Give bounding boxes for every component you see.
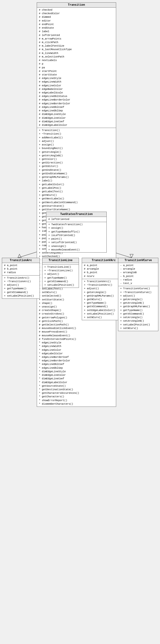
field-m_clickPath: # m_clickPath (39, 41, 114, 44)
method-assign-ts: + assign() (48, 226, 104, 230)
method-getVCCommand-arc: + getVCCommand() (4, 291, 38, 294)
method-getNextLabels: + getNextLabels() (39, 197, 114, 200)
method-dtor-Transition: + ~Transition() (39, 132, 114, 136)
transition-line-title: TransitionLine (42, 258, 79, 263)
method-getArcAngle: + getArcAngle() (39, 150, 114, 154)
transition-vcurve-fields: - a_point - arcangle - arcangleB - b_poi… (118, 263, 158, 286)
method-dtor-TransitionVCurve: + ~TransitionVCurve() (120, 291, 156, 294)
method-getVCCommand-varc: + getVCCommand() (84, 305, 123, 308)
method-adjust: + adjust() (39, 140, 114, 143)
method-mouseReleaseEvent: # mouseReleaseEvent() (39, 334, 114, 338)
transition-line-class-box: TransitionLine + TransitionLine() + ~Tra… (42, 258, 79, 288)
method-adjust-arc: + adjust() (4, 283, 38, 287)
method-getArcAngle-vcurve: + getArcAngle() (120, 298, 156, 301)
transition-arc-title: TransitionArc (2, 258, 40, 263)
field-m_lastMouseClickType: # m_lastMouseClickType (39, 48, 114, 51)
method-adjust-vcurve: + adjust() (120, 294, 156, 298)
field-startState: # startState (39, 73, 114, 77)
transition-vcurve-class-box: TransitionVCurve - a_point - arcangle - … (118, 258, 158, 331)
method-getTypeNameSuffix-ts: + getTypeNameSuffix() (48, 230, 104, 234)
method-setLeftOriented: + setLeftOriented() (48, 241, 104, 244)
method-getGraphMLParams-varc: + getGraphMLParams() (84, 294, 123, 298)
field-startPoint: # startPoint (39, 70, 114, 73)
field-edgeLineDblSep: # edgeLineDblSep (39, 109, 114, 112)
method-getTypeName-line: + getTypeName() (44, 276, 77, 280)
prop-edgeLineDblCoef: * edgeLineDblCoef (39, 362, 114, 366)
field-pa: # pa (39, 66, 114, 70)
field-dimEdgeLineStyle: # dimEdgeLineStyle (39, 112, 114, 116)
method-label: + label() (39, 179, 114, 182)
method-getCharacters: * getCharacters() (39, 395, 114, 398)
transition-fields: # checked # checkedColor # dimmed # edit… (37, 8, 116, 128)
transition-vcurve-title: TransitionVCurve (118, 258, 158, 263)
field-a_point-vcurve: - a_point (120, 264, 156, 267)
method-getStartState: + getStartState() (39, 204, 114, 208)
method-setArcAngleB-vcurve: + setArcAngleB() (120, 319, 156, 323)
field-endPoint: # endPoint (39, 23, 114, 26)
field-edgeLineDblCoef: # edgeLineDblCoef (39, 106, 114, 109)
method-dtor-TransitionArc: + ~TransitionArc() (4, 280, 38, 283)
field-edgeLabelScale: # edgeLabelScale (39, 91, 114, 94)
method-setLabelPosition-varc: + setLabelPosition() (84, 312, 123, 316)
two-states-title: TwoStatesTransition (47, 212, 106, 217)
method-dtor-TransitionLine: + ~TransitionLine() (44, 269, 77, 272)
method-setLabelPosition-vcurve: + setLabelPosition() (120, 323, 156, 326)
method-getNextLabelsVCCommand: + getNextLabelsVCCommand() (39, 201, 114, 204)
method-getGraphMLParams-vcurve: + getGraphMLParams() (120, 305, 156, 308)
method-getArcAngleB-vcurve: + getArcAngleB() (120, 301, 156, 305)
field-edgeLineDblStatus: # edgeLineDblStatus (39, 94, 114, 98)
field-label: # label (39, 30, 114, 33)
method-getCharactersOccurences: * getCharactersOccurences() (39, 392, 114, 395)
prop-edgeLabelColor: * edgeLabelColor (39, 352, 114, 356)
field-m_selectionPath: # m_selectionPath (39, 55, 114, 59)
prop-edgeLineStyle: * edgeLineStyle (39, 341, 114, 344)
method-paint-ts: + paint() (48, 237, 104, 241)
method-unassign-ts: + unassign() (48, 244, 104, 248)
field-arcangle-varc: # arcangle (84, 267, 123, 271)
method-getEditor: + getEditor() (39, 164, 114, 168)
prop-edgeLineColor: * edgeLineColor (39, 348, 114, 352)
method-getLabelPos: + getLabelPos() (39, 186, 114, 190)
two-states-fields: # leftOriented (47, 217, 106, 222)
transition-arc-methods: + TransitionArc() + ~TransitionArc() + a… (2, 276, 40, 298)
field-edgeLineStyle: # edgeLineStyle (39, 77, 114, 80)
method-getNCurv-varc: + getNCurv() (84, 298, 123, 301)
method-getSourceState: * getSourceState() (39, 384, 114, 388)
field-leftOriented-ts: # leftOriented (48, 218, 104, 221)
method-setEdgeLabelColor-varc: + setEdgeLabelColor() (84, 309, 123, 312)
field-ncurv-varc: # ncurv (84, 274, 123, 278)
field-editor: # editor (39, 19, 114, 23)
method-TransitionArc: + TransitionArc() (4, 276, 38, 280)
field-dimmed: # dimmed (39, 15, 114, 19)
method-mouseReleaseEvent-ts: + mouseReleaseEvent() (48, 248, 104, 252)
field-checked: # checked (39, 8, 114, 12)
method-getEndState: + getEndState() (39, 168, 114, 172)
transition-line-fields (42, 263, 79, 265)
method-adjust-line: + adjust() (44, 272, 77, 276)
method-getVCCommand-line: + getVCCommand() (44, 280, 77, 283)
prop-edgeLineBorderCoef: * edgeLineBorderCoef (39, 356, 114, 359)
field-m_labelFontSize: # m_labelFontSize (39, 44, 114, 48)
method-getArcAngleB: + getArcAngleB() (39, 154, 114, 158)
field-test_v-vcurve: - test_v (120, 282, 156, 285)
field-edgeLineBorderColor2: # edgeLineBorderColor (39, 102, 114, 106)
method-getVCCommand-vcurve: + getVCCommand() (120, 312, 156, 316)
field-leftOriented: # leftOriented (39, 34, 114, 37)
field-nextLabels: # nextLabels (39, 59, 114, 62)
transition-arc-class-box: TransitionArc # a_point # b_point # radi… (2, 258, 40, 299)
method-mousePressEvent: # mousePressEvent() (39, 330, 114, 334)
transition-arc-fields: # a_point # b_point # radius (2, 263, 40, 276)
method-dismemberCharacters: * dismemberCharacters() (39, 402, 114, 406)
field-radius-arc: # radius (4, 271, 38, 274)
prop-edgeLineDblSep: * edgeLineDblSep (39, 366, 114, 370)
field-a_point-arc: # a_point (4, 264, 38, 267)
method-getColor: + getColor() (39, 158, 114, 161)
field-p: # p (39, 62, 114, 66)
prop-dimEdgeLineColor: * dimEdgeLineColor (39, 374, 114, 377)
method-assign: + assign() (39, 143, 114, 147)
method-showErrorReport: * showErrorReport() (39, 399, 114, 402)
method-getNCurv: + getNCurv() (39, 194, 114, 197)
method-getEndStateName: + getEndStateName() (39, 172, 114, 176)
method-getSelectionPath: # getSelectionPath() (39, 323, 114, 326)
transition-line-methods: + TransitionLine() + ~TransitionLine() +… (42, 265, 79, 288)
